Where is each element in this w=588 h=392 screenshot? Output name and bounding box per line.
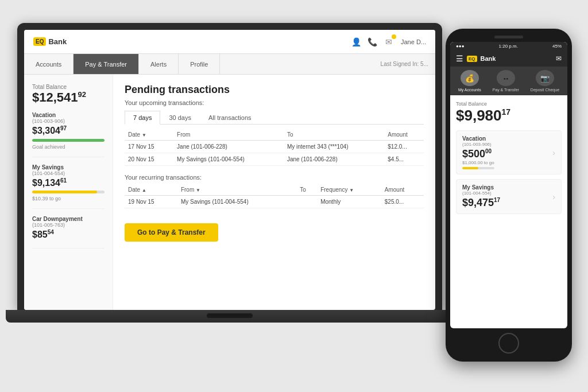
battery-indicator: 45% xyxy=(552,44,562,49)
col-amount[interactable]: Amount xyxy=(384,129,424,141)
progress-savings xyxy=(32,191,105,193)
chevron-right-icon: › xyxy=(552,148,555,157)
phone-nav-pay[interactable]: ↔ Pay & Transfer xyxy=(493,70,519,92)
tabs-row: 7 days 30 days All transactions xyxy=(125,111,424,125)
phone-icon[interactable]: 📞 xyxy=(368,37,378,47)
eq-logo-badge: EQ xyxy=(33,37,46,46)
laptop: EQ Bank 👤 📞 ✉ Jane D... Accounts Pay & T… xyxy=(17,23,454,379)
table-row: 19 Nov 15 My Savings (101-004-554) Month… xyxy=(125,196,424,208)
tab-all[interactable]: All transactions xyxy=(200,111,260,125)
user-name: Jane D... xyxy=(401,38,426,45)
phone-nav-deposit[interactable]: 📷 Deposit Cheque xyxy=(531,70,559,92)
col-date[interactable]: Date ▼ xyxy=(125,129,173,141)
phone-screen: ●●● 1:20 p.m. 45% ☰ EQ Bank ✉ 💰 My Accou… xyxy=(450,42,567,328)
phone: ●●● 1:20 p.m. 45% ☰ EQ Bank ✉ 💰 My Accou… xyxy=(446,29,572,362)
eq-sidebar: Total Balance $12,54192 Vacation (101-00… xyxy=(24,75,113,310)
table-row: 17 Nov 15 Jane (101-006-228) My internet… xyxy=(125,141,424,153)
col-from[interactable]: From xyxy=(173,129,284,141)
rcol-frequency[interactable]: Frequency ▼ xyxy=(317,184,381,196)
main-title: Pending transactions xyxy=(125,84,424,96)
eq-header-icons: 👤 📞 ✉ xyxy=(351,37,394,47)
deposit-icon: 📷 xyxy=(536,70,554,86)
sidebar-total-amount: $12,54192 xyxy=(32,90,105,105)
rcol-to[interactable]: To xyxy=(296,184,317,196)
rcol-amount[interactable]: Amount xyxy=(381,184,424,196)
phone-time: 1:20 p.m. xyxy=(499,44,518,49)
laptop-screen: EQ Bank 👤 📞 ✉ Jane D... Accounts Pay & T… xyxy=(24,30,435,310)
sidebar-account-savings: My Savings (101-004-554) $9,13461 $10.39… xyxy=(32,164,105,209)
phone-account-savings[interactable]: My Savings (101-004-554) $9,47517 › xyxy=(456,179,562,214)
recurring-table: Date ▲ From ▼ To Frequency ▼ Amount 19 N… xyxy=(125,184,424,208)
hamburger-icon[interactable]: ☰ xyxy=(456,54,463,63)
phone-account-vacation[interactable]: Vacation (101-003-906) $50000 $1,000.00 … xyxy=(456,130,562,174)
pay-transfer-icon: ↔ xyxy=(497,70,515,86)
nav-accounts[interactable]: Accounts xyxy=(24,54,74,74)
phone-nav: 💰 My Accounts ↔ Pay & Transfer 📷 Deposit… xyxy=(450,67,567,95)
col-to[interactable]: To xyxy=(284,129,384,141)
recurring-label: Your recurring transactions: xyxy=(125,174,424,181)
progress-vacation xyxy=(32,139,105,142)
laptop-outer: EQ Bank 👤 📞 ✉ Jane D... Accounts Pay & T… xyxy=(17,23,442,310)
upcoming-table: Date ▼ From To Amount 17 Nov 15 Jane (10… xyxy=(125,129,424,166)
eq-logo-text: Bank xyxy=(48,37,67,46)
go-pay-transfer-button[interactable]: Go to Pay & Transfer xyxy=(125,223,218,242)
mail-icon[interactable]: ✉ xyxy=(384,37,394,47)
phone-header: ☰ EQ Bank ✉ xyxy=(450,51,567,67)
phone-account-info-vacation: Vacation (101-003-906) $50000 $1,000.00 … xyxy=(462,135,494,169)
phone-mail-icon[interactable]: ✉ xyxy=(556,55,562,63)
sidebar-total-label: Total Balance xyxy=(32,84,105,90)
upcoming-label: Your upcoming transactions: xyxy=(125,99,424,106)
rcol-date[interactable]: Date ▲ xyxy=(125,184,177,196)
phone-logo-text: Bank xyxy=(481,55,496,62)
signal-indicator: ●●● xyxy=(456,44,465,49)
phone-speaker xyxy=(494,36,523,38)
profile-icon[interactable]: 👤 xyxy=(351,37,362,47)
eq-main: Pending transactions Your upcoming trans… xyxy=(113,75,435,310)
rcol-from[interactable]: From ▼ xyxy=(177,184,296,196)
eq-logo: EQ Bank xyxy=(33,37,67,46)
sidebar-account-vacation: Vacation (101-003-906) $3,30497 Goal ach… xyxy=(32,112,105,157)
table-row: 20 Nov 15 My Savings (101-004-554) Jane … xyxy=(125,153,424,166)
laptop-base xyxy=(6,310,454,323)
phone-nav-accounts[interactable]: 💰 My Accounts xyxy=(458,70,481,92)
phone-content: Total Balance $9,98017 Vacation (101-003… xyxy=(450,95,567,328)
eq-nav: Accounts Pay & Transfer Alerts Profile L… xyxy=(24,54,435,75)
phone-total-amount: $9,98017 xyxy=(456,107,562,125)
phone-total-label: Total Balance xyxy=(456,101,562,107)
eq-header: EQ Bank 👤 📞 ✉ Jane D... xyxy=(24,30,435,54)
last-signed: Last Signed In: 5... xyxy=(381,61,435,67)
phone-progress-vacation xyxy=(462,167,494,169)
sidebar-account-car: Car Downpayment (101-005-763) $8554 xyxy=(32,216,105,249)
tab-7days[interactable]: 7 days xyxy=(125,111,160,125)
nav-profile[interactable]: Profile xyxy=(179,54,220,74)
nav-alerts[interactable]: Alerts xyxy=(139,54,179,74)
phone-status-bar: ●●● 1:20 p.m. 45% xyxy=(450,42,567,51)
chevron-right-icon: › xyxy=(552,192,555,201)
phone-home-button[interactable] xyxy=(498,333,519,354)
tab-30days[interactable]: 30 days xyxy=(160,111,200,125)
accounts-icon: 💰 xyxy=(461,70,479,86)
phone-account-info-savings: My Savings (101-004-554) $9,47517 xyxy=(462,184,500,209)
nav-pay-transfer[interactable]: Pay & Transfer xyxy=(74,54,139,74)
eq-content: Total Balance $12,54192 Vacation (101-00… xyxy=(24,75,435,310)
phone-logo-badge: EQ xyxy=(467,56,477,62)
scene: EQ Bank 👤 📞 ✉ Jane D... Accounts Pay & T… xyxy=(0,0,588,392)
